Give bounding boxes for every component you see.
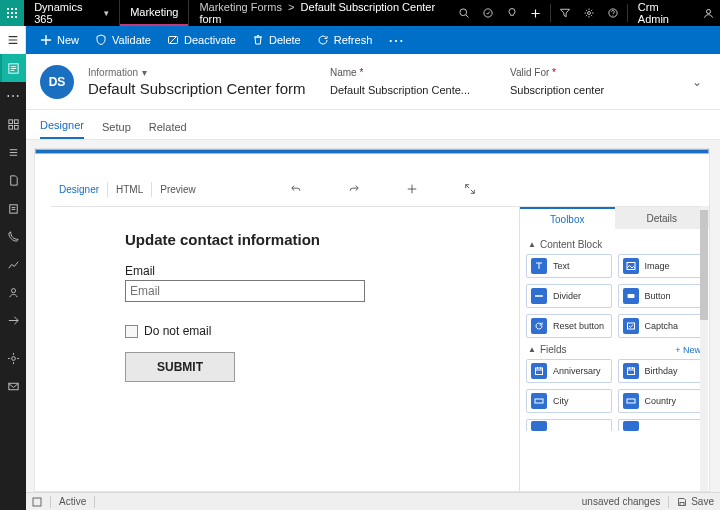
svg-rect-34 xyxy=(33,498,41,506)
tab-setup[interactable]: Setup xyxy=(102,121,131,139)
user-menu[interactable]: Crm Admin xyxy=(630,1,696,25)
toolbox-field-anniversary[interactable]: Anniversary xyxy=(526,359,612,383)
fields-new-link[interactable]: + New xyxy=(675,345,701,355)
nav-item-analytics[interactable] xyxy=(0,250,26,278)
nav-item-shortcut[interactable] xyxy=(0,306,26,334)
redo-button[interactable] xyxy=(342,177,366,201)
item-label: Divider xyxy=(553,291,581,301)
status-icon xyxy=(32,497,42,507)
record-tabs: Designer Setup Related xyxy=(26,110,720,140)
required-icon: * xyxy=(359,67,363,78)
nav-item-settings[interactable] xyxy=(0,344,26,372)
hamburger-icon xyxy=(7,34,19,46)
nav-item-list[interactable] xyxy=(0,138,26,166)
toolbox-item-divider[interactable]: Divider xyxy=(526,284,612,308)
email-input[interactable] xyxy=(125,280,365,302)
toolbox-tab-toolbox[interactable]: Toolbox xyxy=(520,207,615,229)
toolbox-item-reset[interactable]: Reset button xyxy=(526,314,612,338)
toolbox-section-fields[interactable]: ▲Fields+ New xyxy=(526,338,703,359)
toolbox-field-birthday[interactable]: Birthday xyxy=(618,359,704,383)
calendar-icon xyxy=(623,363,639,379)
toolbox-field-country[interactable]: Country xyxy=(618,389,704,413)
nav-item-marketing-forms[interactable] xyxy=(0,54,26,82)
search-icon[interactable] xyxy=(452,0,476,26)
nav-item-more[interactable]: ⋯ xyxy=(0,82,26,110)
toolbox-tab-label: Details xyxy=(646,213,677,224)
nav-item-dashboard[interactable] xyxy=(0,110,26,138)
add-element-button[interactable] xyxy=(400,177,424,201)
toolbox-field-city[interactable]: City xyxy=(526,389,612,413)
item-label: Text xyxy=(553,261,570,271)
canvas-tab-preview[interactable]: Preview xyxy=(152,182,204,197)
help-icon[interactable] xyxy=(601,0,625,26)
settings-icon[interactable] xyxy=(577,0,601,26)
form-selector[interactable]: Information▾ xyxy=(88,67,306,78)
nav-toggle[interactable] xyxy=(0,26,26,54)
tab-related[interactable]: Related xyxy=(149,121,187,139)
divider xyxy=(627,4,628,22)
unsaved-indicator: unsaved changes xyxy=(582,496,660,507)
refresh-button[interactable]: Refresh xyxy=(309,26,381,54)
product-name: Dynamics 365 xyxy=(34,1,98,25)
more-commands[interactable]: ⋯ xyxy=(380,26,413,54)
header-field-validfor[interactable]: Valid For * Subscription center xyxy=(510,67,650,96)
undo-button[interactable] xyxy=(284,177,308,201)
nav-item-email[interactable] xyxy=(0,372,26,400)
toolbox-section-content[interactable]: ▲Content Block xyxy=(526,233,703,254)
filter-icon[interactable] xyxy=(553,0,577,26)
canvas-tab-html[interactable]: HTML xyxy=(108,182,152,197)
item-label: Button xyxy=(645,291,671,301)
toolbox-item-button[interactable]: Button xyxy=(618,284,704,308)
validate-label: Validate xyxy=(112,34,151,46)
form-canvas[interactable]: Update contact information Email Do not … xyxy=(51,206,519,491)
task-flow-icon[interactable] xyxy=(476,0,500,26)
user-name: Crm Admin xyxy=(638,1,669,25)
tab-label: Designer xyxy=(40,119,84,131)
toolbox-item-text[interactable]: Text xyxy=(526,254,612,278)
app-name[interactable]: Marketing xyxy=(120,0,188,26)
header-field-name[interactable]: Name * Default Subscription Cente... xyxy=(330,67,470,96)
donotemail-checkbox[interactable] xyxy=(125,325,138,338)
toolbox-scrollbar-thumb[interactable] xyxy=(700,210,708,320)
delete-button[interactable]: Delete xyxy=(244,26,309,54)
svg-rect-6 xyxy=(7,16,9,18)
captcha-icon xyxy=(623,318,639,334)
chevron-down-icon: ▾ xyxy=(104,8,109,18)
divider-icon xyxy=(531,288,547,304)
submit-button[interactable]: SUBMIT xyxy=(125,352,235,382)
breadcrumb-parent[interactable]: Marketing Forms xyxy=(199,1,282,13)
save-button[interactable]: Save xyxy=(677,496,714,507)
svg-rect-32 xyxy=(535,399,543,403)
assistant-icon[interactable] xyxy=(500,0,524,26)
toolbox-field-more-1[interactable] xyxy=(526,419,612,431)
validate-button[interactable]: Validate xyxy=(87,26,159,54)
new-button[interactable]: New xyxy=(32,26,87,54)
fullscreen-button[interactable] xyxy=(458,177,482,201)
section-label: Content Block xyxy=(540,239,602,250)
toolbox-item-captcha[interactable]: Captcha xyxy=(618,314,704,338)
deactivate-button[interactable]: Deactivate xyxy=(159,26,244,54)
submit-label: SUBMIT xyxy=(157,360,203,374)
svg-rect-8 xyxy=(15,16,17,18)
redo-icon xyxy=(348,183,360,195)
add-icon[interactable] xyxy=(524,0,548,26)
canvas-tab-label: Designer xyxy=(59,184,99,195)
user-avatar-icon[interactable] xyxy=(696,0,720,26)
tab-label: Related xyxy=(149,121,187,133)
expand-header[interactable]: ⌄ xyxy=(688,75,706,89)
tab-designer[interactable]: Designer xyxy=(40,119,84,139)
toolbox-field-more-2[interactable] xyxy=(618,419,704,431)
nav-item-document[interactable] xyxy=(0,166,26,194)
product-switch[interactable]: Dynamics 365 ▾ xyxy=(24,1,119,25)
toolbox-tab-details[interactable]: Details xyxy=(615,207,710,229)
canvas-tab-designer[interactable]: Designer xyxy=(51,182,108,197)
undo-icon xyxy=(290,183,302,195)
text-icon xyxy=(531,258,547,274)
toolbox-item-image[interactable]: Image xyxy=(618,254,704,278)
app-name-label: Marketing xyxy=(130,6,178,18)
nav-item-contacts[interactable] xyxy=(0,278,26,306)
nav-item-phone[interactable] xyxy=(0,222,26,250)
app-launcher[interactable] xyxy=(0,0,24,26)
status-toggle[interactable] xyxy=(32,497,42,507)
nav-item-pages[interactable] xyxy=(0,194,26,222)
